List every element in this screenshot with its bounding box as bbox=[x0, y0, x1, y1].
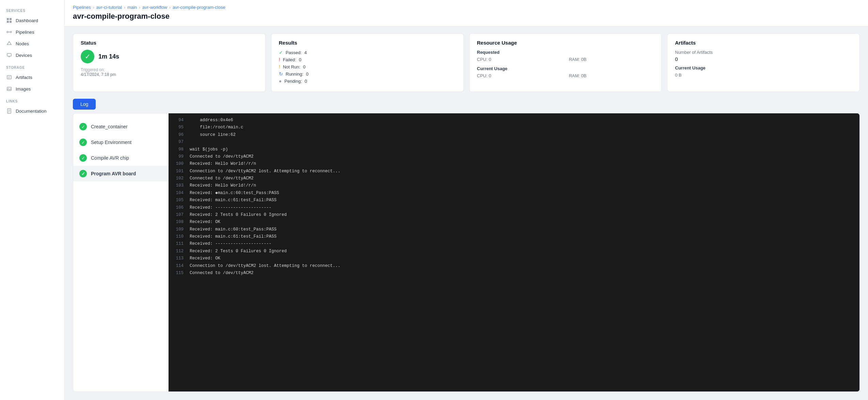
line-number: 94 bbox=[173, 117, 184, 124]
page-title: avr-compile-program-close bbox=[73, 12, 860, 21]
cards-row: Status ✓ 1m 14s Triggered on: 4/17/2024,… bbox=[65, 27, 868, 99]
line-text: Connected to /dev/ttyACM2 bbox=[190, 270, 254, 276]
line-text: Received: ◆main.c:60:test_Pass:PASS bbox=[190, 190, 279, 196]
line-text: source line:62 bbox=[190, 132, 236, 138]
line-number: 107 bbox=[173, 212, 184, 218]
line-number: 104 bbox=[173, 190, 184, 196]
breadcrumb-main[interactable]: main bbox=[127, 5, 137, 10]
line-text: Connected to /dev/ttyACM2 bbox=[190, 175, 254, 182]
line-number: 114 bbox=[173, 263, 184, 269]
services-section-label: SERVICES bbox=[0, 4, 64, 15]
result-passed-row: ✓ Passed: 4 bbox=[279, 50, 456, 55]
status-duration: 1m 14s bbox=[98, 53, 119, 60]
line-text: Connection to /dev/ttyACM2 lost. Attempt… bbox=[190, 168, 341, 175]
log-line: 109Received: main.c:60:test_Pass:PASS bbox=[169, 226, 859, 233]
svg-rect-1 bbox=[10, 18, 12, 20]
artifact-icon bbox=[6, 74, 12, 80]
step-label-compile-avr-chip: Compile AVR chip bbox=[91, 155, 129, 161]
log-button[interactable]: Log bbox=[73, 99, 96, 110]
line-number: 100 bbox=[173, 161, 184, 167]
log-line: 102Connected to /dev/ttyACM2 bbox=[169, 175, 859, 182]
breadcrumb-sep-3: › bbox=[139, 5, 140, 10]
step-item-setup-environment[interactable]: ✓ Setup Environment bbox=[73, 134, 168, 150]
step-label-setup-environment: Setup Environment bbox=[91, 140, 131, 145]
line-text: Connected to /dev/ttyACM2 bbox=[190, 154, 254, 160]
line-text: file:/root/main.c bbox=[190, 124, 243, 131]
sidebar-item-artifacts[interactable]: Artifacts bbox=[0, 71, 64, 83]
line-number: 103 bbox=[173, 182, 184, 189]
step-check-compile-avr-chip: ✓ bbox=[79, 154, 87, 162]
sidebar-item-images-label: Images bbox=[16, 86, 31, 92]
breadcrumb-sep-4: › bbox=[169, 5, 171, 10]
pending-label: Pending: bbox=[284, 79, 302, 84]
sidebar-item-dashboard[interactable]: Dashboard bbox=[0, 15, 64, 26]
triggered-value: 4/17/2024, 7:18 pm bbox=[81, 72, 258, 77]
svg-rect-2 bbox=[7, 21, 9, 23]
artifacts-num-value: 0 bbox=[675, 56, 852, 62]
svg-point-5 bbox=[10, 31, 12, 33]
log-content[interactable]: 94 address:0x4e695 file:/root/main.c96 s… bbox=[169, 113, 859, 391]
artifacts-card-title: Artifacts bbox=[675, 40, 852, 46]
resource-current-grid: CPU: 0 RAM: 0B bbox=[477, 73, 654, 78]
step-item-create-container[interactable]: ✓ Create_container bbox=[73, 119, 168, 134]
line-text: Connection to /dev/ttyACM2 lost. Attempt… bbox=[190, 263, 341, 269]
top-area: Pipelines › avr-ci-tutorial › main › avr… bbox=[65, 0, 868, 27]
breadcrumb-avr-workflow[interactable]: avr-workflow bbox=[142, 5, 167, 10]
step-check-setup-environment: ✓ bbox=[79, 139, 87, 146]
step-item-program-avr-board[interactable]: ✓ Program AVR board bbox=[73, 166, 168, 181]
passed-icon: ✓ bbox=[279, 50, 283, 55]
sidebar-item-pipelines[interactable]: Pipelines bbox=[0, 26, 64, 38]
sidebar-item-nodes[interactable]: Nodes bbox=[0, 38, 64, 49]
breadcrumb-avr-ci-tutorial[interactable]: avr-ci-tutorial bbox=[96, 5, 122, 10]
line-number: 113 bbox=[173, 255, 184, 262]
log-line: 115Connected to /dev/ttyACM2 bbox=[169, 270, 859, 277]
breadcrumb-current: avr-compile-program-close bbox=[173, 5, 225, 10]
pipeline-icon bbox=[6, 29, 12, 35]
log-line: 106Received: ---------------------- bbox=[169, 204, 859, 211]
result-notrun-row: ! Not Run: 0 bbox=[279, 64, 456, 69]
sidebar-item-documentation-label: Documentation bbox=[16, 109, 47, 114]
log-panel[interactable]: 94 address:0x4e695 file:/root/main.c96 s… bbox=[168, 113, 860, 392]
step-item-compile-avr-chip[interactable]: ✓ Compile AVR chip bbox=[73, 150, 168, 166]
notrun-icon: ! bbox=[279, 64, 280, 69]
sidebar: SERVICES Dashboard Pipelines Nodes Devic… bbox=[0, 0, 65, 400]
breadcrumb-sep-1: › bbox=[93, 5, 94, 10]
image-icon bbox=[6, 86, 12, 92]
line-number: 102 bbox=[173, 175, 184, 182]
triggered-label: Triggered on: bbox=[81, 67, 258, 72]
step-check-program-avr-board: ✓ bbox=[79, 170, 87, 177]
sidebar-item-images[interactable]: Images bbox=[0, 83, 64, 95]
sidebar-item-devices[interactable]: Devices bbox=[0, 49, 64, 61]
storage-section-label: STORAGE bbox=[0, 61, 64, 71]
line-number: 98 bbox=[173, 146, 184, 153]
sidebar-item-documentation[interactable]: Documentation bbox=[0, 105, 64, 117]
line-number: 99 bbox=[173, 154, 184, 160]
line-number: 112 bbox=[173, 248, 184, 255]
line-number: 97 bbox=[173, 139, 184, 145]
line-number: 108 bbox=[173, 219, 184, 225]
results-card: Results ✓ Passed: 4 ! Failed: 0 ! Not Ru… bbox=[271, 33, 464, 92]
log-line: 101Connection to /dev/ttyACM2 lost. Atte… bbox=[169, 168, 859, 175]
sidebar-item-artifacts-label: Artifacts bbox=[16, 75, 32, 80]
line-text: Received: main.c:61:test_Fail:PASS bbox=[190, 234, 277, 240]
log-line: 110Received: main.c:61:test_Fail:PASS bbox=[169, 233, 859, 240]
line-text: wait $(jobs -p) bbox=[190, 146, 228, 153]
breadcrumb: Pipelines › avr-ci-tutorial › main › avr… bbox=[73, 5, 860, 10]
failed-icon: ! bbox=[279, 57, 280, 62]
line-text: address:0x4e6 bbox=[190, 117, 233, 124]
log-line: 98wait $(jobs -p) bbox=[169, 146, 859, 153]
status-check-icon: ✓ bbox=[81, 50, 94, 63]
grid-icon bbox=[6, 17, 12, 23]
result-pending-row: ● Pending: 0 bbox=[279, 78, 456, 84]
log-line: 94 address:0x4e6 bbox=[169, 117, 859, 124]
breadcrumb-pipelines[interactable]: Pipelines bbox=[73, 5, 91, 10]
running-icon: ↻ bbox=[279, 71, 283, 77]
notrun-value: 0 bbox=[303, 64, 305, 69]
notrun-label: Not Run: bbox=[283, 64, 300, 69]
result-failed-row: ! Failed: 0 bbox=[279, 57, 456, 62]
sidebar-item-dashboard-label: Dashboard bbox=[16, 18, 38, 23]
passed-value: 4 bbox=[304, 50, 307, 55]
svg-rect-10 bbox=[7, 76, 11, 79]
log-line: 107Received: 2 Tests 0 Failures 0 Ignore… bbox=[169, 211, 859, 219]
svg-point-4 bbox=[7, 31, 8, 33]
